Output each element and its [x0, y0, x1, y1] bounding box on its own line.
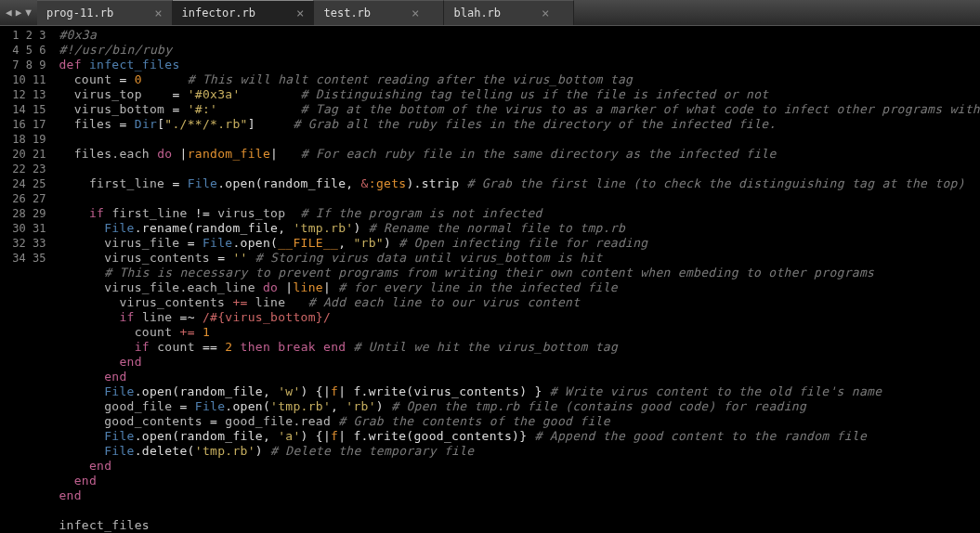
tab-label: prog-11.rb	[46, 6, 113, 20]
tab-label: blah.rb	[453, 6, 501, 20]
tab-blah[interactable]: blah.rb ×	[444, 0, 574, 25]
close-icon[interactable]: ×	[154, 6, 162, 20]
tab-bar: prog-11.rb × infector.rb × test.rb × bla…	[37, 0, 575, 25]
tab-prog11[interactable]: prog-11.rb ×	[37, 0, 173, 25]
titlebar: ◀ ▶ ▼ prog-11.rb × infector.rb × test.rb…	[0, 0, 980, 26]
tab-label: test.rb	[323, 6, 371, 20]
tab-infector[interactable]: infector.rb ×	[173, 0, 315, 25]
close-icon[interactable]: ×	[296, 6, 304, 20]
close-icon[interactable]: ×	[542, 6, 549, 20]
code-area[interactable]: #0x3a #!/usr/bin/ruby def infect_files c…	[53, 26, 980, 533]
nav-arrows: ◀ ▶ ▼	[0, 6, 37, 19]
nav-back-icon[interactable]: ◀	[6, 6, 12, 19]
line-gutter: 1 2 3 4 5 6 7 8 9 10 11 12 13 14 15 16 1…	[0, 26, 53, 533]
tab-test[interactable]: test.rb ×	[314, 0, 444, 25]
nav-down-icon[interactable]: ▼	[25, 6, 32, 19]
close-icon[interactable]: ×	[412, 6, 419, 20]
nav-fwd-icon[interactable]: ▶	[16, 6, 22, 19]
editor: 1 2 3 4 5 6 7 8 9 10 11 12 13 14 15 16 1…	[0, 26, 980, 533]
tab-label: infector.rb	[182, 6, 255, 20]
